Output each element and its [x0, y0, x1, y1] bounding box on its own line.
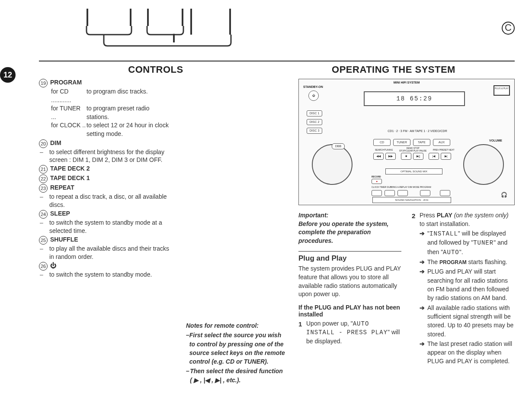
controls-column: 19 PROGRAM for CD ............to program…: [39, 79, 186, 384]
control-num-20: 20: [39, 139, 48, 148]
disc3-button: DISC 3: [307, 128, 322, 134]
result-program-flash: The PROGRAM starts flashing.: [427, 258, 515, 266]
control-title-program: PROGRAM: [50, 79, 82, 86]
top-diagram: C: [87, 9, 515, 48]
standby-icon: ⏻: [308, 90, 319, 101]
notes-column: Notes for remote control: –First select …: [186, 79, 298, 384]
volume-knob: [463, 144, 504, 185]
plug-and-play-heading: Plug and Play: [298, 254, 401, 263]
svg-rect-6: [229, 9, 231, 35]
control-title-tape2: TAPE DECK 2: [50, 165, 90, 172]
tape-button: TAPE: [413, 139, 430, 146]
svg-rect-1: [130, 9, 131, 26]
aux-button: AUX: [433, 139, 450, 146]
result-search: PLUG and PLAY will start searching for a…: [427, 267, 515, 302]
control-num-22: 22: [39, 174, 48, 183]
control-title-sleep: SLEEP: [50, 210, 70, 217]
step-2: Press PLAY (on the system only) to start…: [420, 211, 515, 228]
search-prev-button: ◀◀: [373, 153, 384, 160]
result-store: All available radio stations with suffic…: [427, 303, 515, 339]
disc2-button: DISC 2: [307, 119, 322, 125]
svg-rect-2: [147, 9, 149, 26]
control-title-shuffle: SHUFFLE: [50, 236, 78, 243]
stop-button: ■: [401, 153, 411, 160]
control-title-repeat: REPEAT: [50, 184, 74, 191]
control-num-19: 19: [39, 79, 48, 87]
optimal-sound-mix: OPTIMAL SOUND MIX: [385, 168, 442, 174]
controls-heading: CONTROLS: [39, 64, 272, 75]
disc1-button: DISC 1: [307, 110, 322, 116]
diagram-label-c: C: [502, 22, 515, 35]
operating-heading: OPERATING THE SYSTEM: [272, 64, 515, 75]
control-num-25: 25: [39, 236, 48, 245]
play-pause-button: ▶||: [413, 153, 423, 160]
control-title-tape1: TAPE DECK 1: [50, 174, 90, 181]
notes-head: Notes for remote control:: [186, 321, 285, 330]
dbb-button: DBB: [332, 143, 345, 149]
cd-button: CD: [373, 139, 391, 146]
dsc-knob: [312, 144, 353, 185]
pnp-not-installed-heading: If the PLUG and PLAY has not been instal…: [298, 304, 401, 318]
result-install: "INSTALL" will be displayed and followed…: [427, 229, 515, 257]
search-next-button: ▶▶: [385, 153, 396, 160]
svg-rect-5: [190, 9, 192, 35]
preset-prev-button: |◀: [429, 153, 439, 160]
control-num-24: 24: [39, 210, 48, 219]
step-1: Upon power up, "AUTO INSTALL - PRESS PLA…: [306, 319, 401, 346]
plug-and-play-desc: The system provides PLUG and PLAY featur…: [298, 265, 401, 298]
device-illustration: MINI HIFI SYSTEM STANDBY-ON ⏻ PLUG & PLA…: [298, 79, 515, 205]
svg-rect-4: [173, 34, 175, 42]
important-note: Important: Before you operate the system…: [298, 211, 401, 245]
control-title-power: ⏻: [50, 262, 56, 269]
preset-next-button: ▶|: [441, 153, 451, 160]
control-title-dim: DIM: [50, 139, 61, 146]
control-num-21: 21: [39, 165, 48, 174]
sound-nav-jog: SOUND NAVIGATION · JOG: [372, 197, 451, 203]
record-button: ●: [372, 179, 382, 184]
headphone-icon: 🎧: [501, 192, 507, 198]
svg-rect-0: [87, 9, 88, 26]
control-num-23: 23: [39, 184, 48, 193]
page-number: 12: [0, 67, 16, 83]
control-num-26: 26: [39, 262, 48, 271]
tuner-button: TUNER: [393, 139, 410, 146]
device-display: 18 65:29: [364, 91, 465, 106]
result-last-preset: The last preset radio station will appea…: [427, 339, 515, 366]
plug-play-badge: PLUG & PLAY: [494, 85, 510, 96]
svg-rect-3: [182, 9, 183, 26]
